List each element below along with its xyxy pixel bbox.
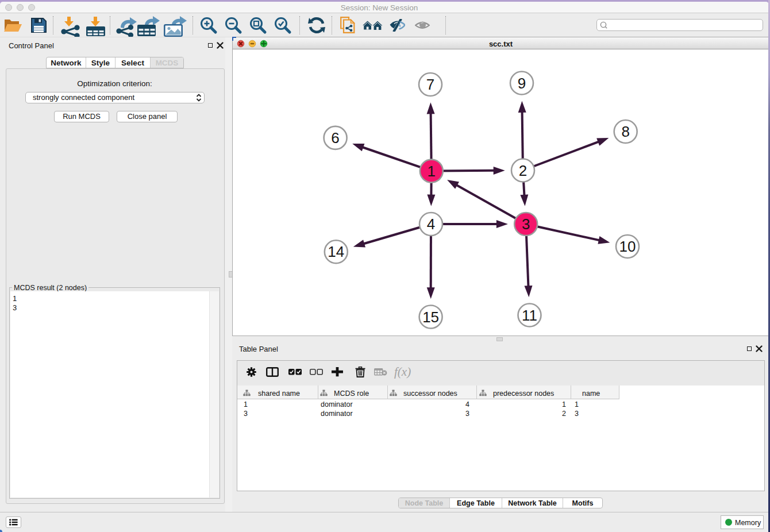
svg-text:15: 15 <box>422 309 439 326</box>
svg-text:7: 7 <box>426 76 434 93</box>
svg-text:3: 3 <box>522 215 530 233</box>
svg-text:9: 9 <box>518 75 526 92</box>
svg-text:6: 6 <box>331 129 339 147</box>
svg-text:8: 8 <box>621 123 629 140</box>
svg-text:10: 10 <box>619 238 636 255</box>
svg-text:14: 14 <box>328 243 344 260</box>
svg-text:11: 11 <box>522 307 537 324</box>
svg-text:1: 1 <box>428 163 436 180</box>
svg-text:4: 4 <box>427 215 435 233</box>
svg-text:2: 2 <box>519 162 527 179</box>
